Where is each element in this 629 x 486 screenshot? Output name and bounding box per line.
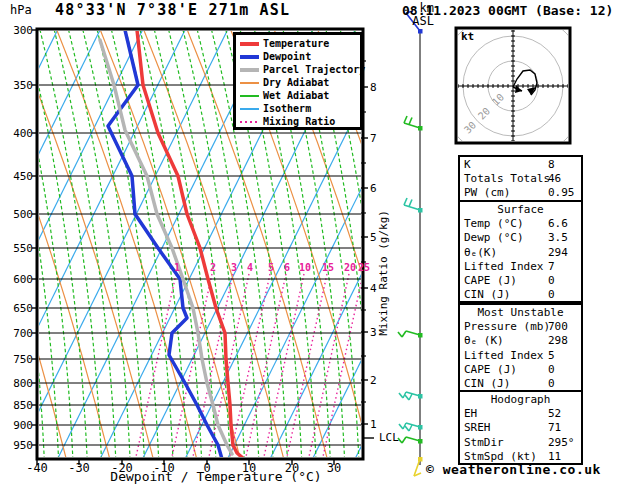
- legend-item: Temperature: [240, 37, 360, 50]
- parcel-trajectory-swatch: [240, 68, 259, 72]
- pressure-tick-label: 550: [4, 242, 33, 255]
- mixing-ratio-axis-label: Mixing Ratio (g/kg): [378, 210, 390, 336]
- row-value: 298: [548, 334, 568, 348]
- mixing-ratio-value-label: 3: [227, 262, 241, 273]
- legend-label: Temperature: [263, 38, 329, 49]
- table-row: K8: [464, 158, 577, 172]
- row-value: 0: [548, 377, 555, 391]
- row-value: 6.6: [548, 217, 568, 231]
- wind-barb: [398, 437, 423, 444]
- mixing-ratio-value-label: 5: [264, 262, 278, 273]
- row-value: 0: [548, 274, 555, 288]
- mixing-ratio-value-label: 15: [321, 262, 335, 273]
- temperature-swatch: [240, 42, 259, 46]
- row-label: Totals Totals: [464, 172, 550, 185]
- row-value: 52: [548, 407, 561, 421]
- pressure-tick-label: 750: [4, 353, 33, 366]
- isotherm-swatch: [240, 108, 259, 110]
- table-row: CAPE (J)0: [464, 274, 577, 288]
- table-row: Pressure (mb)700: [464, 320, 577, 334]
- legend-item: Dewpoint: [240, 50, 360, 63]
- mixing-ratio-value-label: 20: [343, 262, 357, 273]
- row-value: 71: [548, 421, 561, 435]
- km-tick-label: 2: [370, 374, 377, 387]
- mixing-ratio-value-label: 1: [170, 262, 184, 273]
- pressure-tick-label: 900: [4, 419, 33, 432]
- wind-barb: [399, 423, 423, 431]
- mixing-ratio-value-label: 10: [298, 262, 312, 273]
- mixing-ratio-value-label: 6: [280, 262, 294, 273]
- row-value: 700: [548, 320, 568, 334]
- table-row: CIN (J)0: [464, 288, 577, 302]
- legend-item: Dry Adiabat: [240, 76, 360, 89]
- data-table: Most UnstablePressure (mb)700θₑ (K)298Li…: [458, 303, 583, 392]
- legend: TemperatureDewpointParcel TrajectoryDry …: [233, 32, 363, 130]
- dry-adiabat-line: [56, 28, 197, 460]
- table-row: Totals Totals46: [464, 172, 577, 186]
- mixing-ratio-value-label: 25: [357, 262, 371, 273]
- dewpoint-swatch: [240, 55, 259, 59]
- hodograph-unit-label: kt: [461, 31, 474, 43]
- row-label: CAPE (J): [464, 363, 517, 376]
- temp-tick-label: -40: [19, 461, 55, 475]
- legend-item: Parcel Trajectory: [240, 63, 360, 76]
- legend-label: Dewpoint: [263, 51, 311, 62]
- row-value: 7: [548, 260, 555, 274]
- mixing-ratio-line: [230, 274, 270, 459]
- mixing-ratio-line: [287, 274, 327, 459]
- legend-label: Wet Adiabat: [263, 90, 329, 101]
- wet-adiabat-line: [97, 28, 159, 460]
- dry-adiabat-swatch: [240, 82, 259, 84]
- copyright: © weatheronline.co.uk: [426, 464, 601, 476]
- row-label: StmSpd (kt): [464, 450, 537, 463]
- table-row: Dewp (°C)3.5: [464, 231, 577, 245]
- mixing-ratio-value-label: 4: [243, 262, 257, 273]
- table-row: θₑ(K)294: [464, 246, 577, 260]
- row-value: 0.95: [548, 186, 575, 200]
- row-value: 294: [548, 246, 568, 260]
- pressure-tick-label: 600: [4, 273, 33, 286]
- km-tick-label: 7: [370, 132, 377, 145]
- row-label: Lifted Index: [464, 349, 543, 362]
- table-row: CIN (J)0: [464, 377, 577, 391]
- row-label: Pressure (mb): [464, 320, 550, 333]
- pressure-tick-label: 650: [4, 302, 33, 315]
- row-value: 0: [548, 363, 555, 377]
- row-label: θₑ(K): [464, 246, 497, 259]
- pressure-tick-label: 300: [4, 24, 33, 37]
- wet-adiabat-line: [40, 28, 102, 460]
- wet-adiabat-swatch: [240, 95, 259, 97]
- table-row: Temp (°C)6.6: [464, 217, 577, 231]
- row-label: Lifted Index: [464, 260, 543, 273]
- pressure-unit-label: hPa: [10, 4, 32, 16]
- pressure-tick-label: 850: [4, 399, 33, 412]
- row-label: EH: [464, 407, 477, 420]
- lcl-label: LCL: [379, 432, 399, 444]
- table-row: Lifted Index7: [464, 260, 577, 274]
- pressure-tick-label: 450: [4, 170, 33, 183]
- table-row: Lifted Index5: [464, 349, 577, 363]
- data-table: HodographEH52SREH71StmDir295°StmSpd (kt)…: [458, 390, 583, 465]
- row-value: 8: [548, 158, 555, 172]
- wet-adiabat-line: [25, 28, 87, 460]
- row-label: CAPE (J): [464, 274, 517, 287]
- row-label: CIN (J): [464, 377, 510, 390]
- row-label: Dewp (°C): [464, 231, 524, 244]
- row-value: 295°: [548, 436, 575, 450]
- isotherm-line: [15, 28, 229, 460]
- km-tick-label: 1: [370, 418, 377, 431]
- km-tick-label: 3: [370, 326, 377, 339]
- row-label: K: [464, 158, 471, 171]
- table-header: Most Unstable: [464, 306, 577, 320]
- temp-tick-label: -30: [61, 461, 97, 475]
- row-label: Temp (°C): [464, 217, 524, 230]
- row-label: θₑ (K): [464, 334, 504, 347]
- row-label: StmDir: [464, 436, 504, 449]
- pressure-tick-label: 950: [4, 439, 33, 452]
- table-row: EH52: [464, 407, 577, 421]
- data-table: K8Totals Totals46PW (cm)0.95: [458, 155, 583, 202]
- km-tick-label: 4: [370, 282, 377, 295]
- wet-adiabat-line: [68, 28, 130, 460]
- pressure-tick-label: 400: [4, 127, 33, 140]
- mixing-ratio-swatch: [240, 121, 259, 123]
